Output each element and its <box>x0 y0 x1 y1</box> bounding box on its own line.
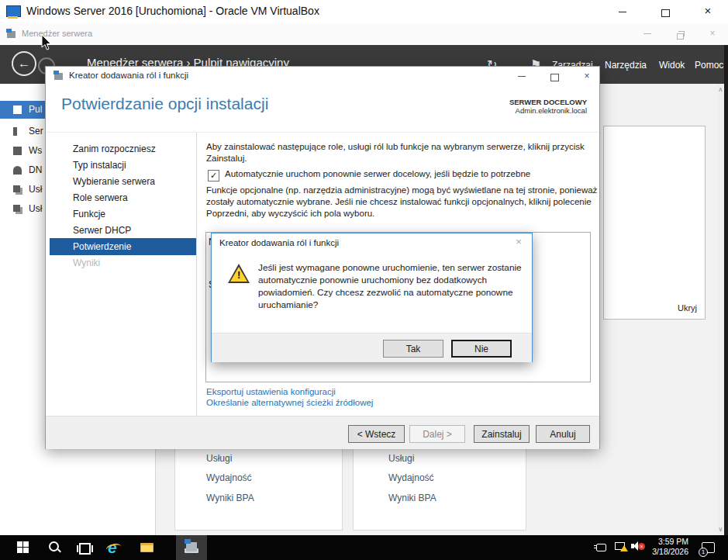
menu-help[interactable]: Pomoc <box>695 60 723 71</box>
server-manager-taskbar-button[interactable] <box>176 535 207 560</box>
sidebar-item-label: Pul <box>29 101 42 119</box>
wizard-footer: < Wstecz Dalej > Zainstaluj Anuluj <box>46 416 599 449</box>
taskbar: e × 3:59 PM 3/18/2026 1 <box>0 535 728 560</box>
taskbar-clock[interactable]: 3:59 PM 3/18/2026 <box>645 537 688 557</box>
restart-checkbox[interactable]: ✓ <box>208 170 219 181</box>
file-services-icon <box>13 185 20 192</box>
services-icon <box>13 205 20 212</box>
wizard-step-server-roles[interactable]: Role serwera <box>50 189 196 206</box>
sidebar-item-label: Ser <box>29 123 43 140</box>
vbox-maximize-button[interactable] <box>655 6 675 19</box>
sidebar-item-label: Usł <box>29 181 42 199</box>
target-server-value: Admin.elektronik.local <box>455 106 587 115</box>
wizard-header-divider <box>46 132 599 133</box>
action-center-button[interactable]: 1 <box>702 542 717 555</box>
export-settings-link[interactable]: Eksportuj ustawienia konfiguracji <box>206 387 336 396</box>
wizard-window-title: Kreator dodawania ról i funkcji <box>69 71 188 80</box>
menu-tools[interactable]: Narzędzia <box>605 60 647 71</box>
clock-time: 3:59 PM <box>645 537 688 547</box>
yes-button[interactable]: Tak <box>383 340 443 358</box>
smwin-restore-button[interactable] <box>671 31 689 42</box>
all-servers-icon <box>13 147 22 155</box>
tile-performance-link[interactable]: Wydajność <box>206 472 252 483</box>
volume-muted-tray-icon[interactable]: × <box>631 541 647 554</box>
wizard-steps-divider <box>196 133 197 416</box>
vm-window-icon <box>6 5 20 19</box>
vertical-scrollbar[interactable]: ∧ ∨ <box>717 84 724 535</box>
restart-confirmation-dialog: Kreator dodawania ról i funkcji × ! Jeśl… <box>211 233 533 362</box>
dashboard-icon <box>13 105 22 114</box>
power-plug-tray-icon[interactable] <box>594 541 608 554</box>
tile-bpa-link[interactable]: Wyniki BPA <box>388 493 436 503</box>
vm-screen-edge <box>724 45 728 535</box>
wizard-step-features[interactable]: Funkcje <box>50 206 196 223</box>
dialog-title: Kreator dodawania ról i funkcji <box>219 238 339 247</box>
tile-bpa-link[interactable]: Wyniki BPA <box>206 493 254 503</box>
next-wizard-button: Dalej > <box>409 425 465 443</box>
server-manager-window-titlebar: Menedżer serwera <box>0 23 728 45</box>
sidebar-item-label: Usł <box>29 200 42 218</box>
network-warning-tray-icon[interactable] <box>615 541 629 554</box>
scroll-down-icon[interactable]: ∨ <box>717 526 724 533</box>
dialog-close-button[interactable]: × <box>512 236 526 247</box>
hide-link[interactable]: Ukryj <box>678 303 697 313</box>
sidebar-item-label: Ws <box>29 142 42 160</box>
wizard-step-results: Wyniki <box>50 254 196 271</box>
scroll-up-icon[interactable]: ∧ <box>717 86 724 93</box>
wizard-intro-text: Aby zainstalować następujące role, usług… <box>206 141 598 164</box>
dialog-message-text: Jeśli jest wymagane ponowne uruchomienie… <box>258 261 530 311</box>
tile-performance-link[interactable]: Wydajność <box>388 472 434 483</box>
dns-icon <box>13 166 22 175</box>
local-server-icon <box>13 127 17 136</box>
search-button[interactable] <box>45 535 65 560</box>
server-manager-window-title: Menedżer serwera <box>22 29 92 38</box>
wizard-minimize-button[interactable] <box>511 69 533 83</box>
cancel-button[interactable]: Anuluj <box>536 425 590 443</box>
internet-explorer-icon: e <box>108 541 123 555</box>
wizard-optional-note: Funkcje opcjonalne (np. narzędzia admini… <box>206 185 598 220</box>
wizard-page-title: Potwierdzanie opcji instalacji <box>61 95 268 113</box>
wizard-step-confirmation[interactable]: Potwierdzenie <box>50 238 196 255</box>
server-manager-app-icon <box>6 29 17 40</box>
menu-view[interactable]: Widok <box>659 60 685 71</box>
wizard-step-before-you-begin[interactable]: Zanim rozpoczniesz <box>50 140 196 157</box>
back-button[interactable]: ← <box>12 51 36 76</box>
wizard-step-server-selection[interactable]: Wybieranie serwera <box>50 173 196 190</box>
target-server-block: SERWER DOCELOWY Admin.elektronik.local <box>455 98 587 115</box>
vbox-window-title: Windows Server 2016 [Uruchomiona] - Orac… <box>26 5 319 17</box>
tile-services-link[interactable]: Usługi <box>388 453 414 464</box>
notification-count-badge: 1 <box>699 548 708 557</box>
target-server-label: SERWER DOCELOWY <box>455 98 587 106</box>
vbox-minimize-button[interactable] <box>612 4 633 17</box>
alternate-source-path-link[interactable]: Określanie alternatywnej ścieżki źródłow… <box>206 398 373 407</box>
server-manager-taskbar-icon <box>185 540 198 554</box>
wizard-step-installation-type[interactable]: Typ instalacji <box>50 157 196 174</box>
windows-logo-icon <box>17 541 29 554</box>
install-button[interactable]: Zainstaluj <box>474 425 530 443</box>
wizard-app-icon <box>53 71 64 81</box>
file-explorer-icon <box>140 541 154 553</box>
start-button[interactable] <box>16 535 36 560</box>
tile-services-link[interactable]: Usługi <box>206 453 232 464</box>
virtualbox-window: Windows Server 2016 [Uruchomiona] - Orac… <box>0 0 728 560</box>
vbox-close-button[interactable]: × <box>698 4 718 17</box>
search-icon <box>49 541 61 554</box>
no-button[interactable]: Nie <box>451 340 512 358</box>
mouse-cursor <box>41 34 52 50</box>
task-view-icon <box>77 542 92 553</box>
clock-date: 3/18/2026 <box>645 547 688 557</box>
notification-flyout-panel: Ukryj <box>603 126 706 320</box>
restart-checkbox-label[interactable]: Automatycznie uruchom ponownie serwer do… <box>225 169 530 178</box>
dialog-footer: Tak Nie <box>212 333 532 362</box>
file-explorer-button[interactable] <box>136 535 158 560</box>
internet-explorer-button[interactable]: e <box>104 535 126 560</box>
wizard-close-button[interactable]: × <box>576 69 598 83</box>
task-view-button[interactable] <box>74 535 95 560</box>
back-wizard-button[interactable]: < Wstecz <box>348 425 405 443</box>
checkbox-check-icon: ✓ <box>210 171 217 180</box>
wizard-step-dhcp-server[interactable]: Serwer DHCP <box>50 222 196 239</box>
smwin-close-button[interactable]: × <box>703 28 722 39</box>
wizard-maximize-button[interactable] <box>543 71 565 85</box>
sidebar-item-label: DN <box>29 161 42 179</box>
smwin-minimize-button[interactable] <box>638 28 657 39</box>
